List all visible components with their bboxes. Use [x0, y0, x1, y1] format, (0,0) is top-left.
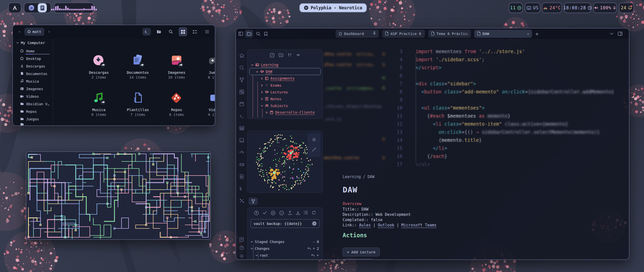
git-row--obsidian[interactable]: .obsidian+	[251, 259, 319, 260]
folder-descargas[interactable]: Descargas2 items	[80, 54, 118, 79]
left-sidebar-toggle-icon[interactable]	[238, 32, 243, 36]
git-row-root[interactable]: root+	[251, 252, 319, 259]
graph-settings-gear-icon[interactable]	[312, 137, 316, 143]
document-app-icon[interactable]	[38, 3, 47, 12]
sidebar-root[interactable]: My Computer	[16, 41, 53, 45]
chevron-down-icon[interactable]	[251, 64, 254, 66]
unstage-icon[interactable]: —	[313, 240, 315, 244]
folder-plantillas[interactable]: Plantillas7 items	[119, 91, 157, 117]
tab-daw[interactable]: DAW✕	[474, 30, 532, 38]
chevron-right-icon[interactable]	[261, 84, 263, 87]
weather-pill[interactable]: 24°C	[542, 3, 562, 13]
now-playing-pill[interactable]: Polyphia - Neurotica	[299, 3, 367, 12]
chevron-right-icon[interactable]	[261, 91, 263, 93]
folder-documentos[interactable]: Documentos14 items	[119, 54, 157, 79]
help-icon[interactable]	[239, 245, 244, 251]
git-pull-icon[interactable]	[296, 211, 300, 216]
git-changes-list-icon[interactable]	[304, 211, 308, 216]
git-commit-check-icon[interactable]	[263, 211, 267, 216]
search-button[interactable]	[167, 28, 175, 36]
git-row-changes[interactable]: Changes+2	[251, 245, 319, 252]
gamepad-icon[interactable]	[239, 162, 244, 168]
new-tab-button[interactable]: +	[535, 31, 539, 37]
tree-item-notes[interactable]: Notes	[261, 95, 281, 102]
git-stage-all-icon[interactable]	[271, 211, 275, 216]
new-folder-button[interactable]	[154, 28, 163, 36]
file-search-icon[interactable]	[239, 174, 244, 180]
tree-item-assignments[interactable]: Assignments	[261, 75, 295, 82]
chevron-down-icon[interactable]	[255, 254, 258, 257]
files-panel-button[interactable]	[245, 30, 253, 38]
discard-icon[interactable]	[307, 247, 311, 250]
action-button--add-lecture[interactable]: + Add Lecture	[343, 248, 380, 256]
search-icon[interactable]	[239, 65, 244, 71]
sidebar-item-desktop[interactable]: Desktop	[16, 55, 53, 62]
list-view-button[interactable]	[191, 28, 199, 36]
git-row-staged-changes[interactable]: Staged Changes—0	[251, 238, 319, 245]
sidebar-item-descargas[interactable]: Descargas	[16, 62, 53, 70]
git-backup-icon[interactable]	[254, 211, 259, 216]
updates-pill[interactable]: 11	[509, 3, 523, 13]
chevron-down-icon[interactable]	[251, 241, 253, 243]
chevron-right-icon[interactable]	[261, 98, 263, 100]
dashboard-grid-icon[interactable]	[239, 89, 244, 95]
dollar-icon[interactable]: $	[239, 186, 243, 192]
tools-icon[interactable]	[239, 198, 244, 204]
git-push-icon[interactable]	[288, 211, 292, 216]
forward-button[interactable]: ›	[46, 28, 52, 35]
tab-dashboard[interactable]: Dashboard	[336, 30, 379, 38]
git-panel-tab[interactable]	[249, 197, 258, 205]
collapse-all-icon[interactable]	[296, 53, 300, 58]
sidebar-item-imagenes[interactable]: Imagenes	[16, 85, 53, 93]
breadcrumb[interactable]: Learning / DAW	[343, 175, 374, 179]
stage-icon[interactable]: +	[316, 253, 319, 258]
tab-asp-practice-6[interactable]: ASP Practice 6	[382, 30, 425, 38]
bookmarks-panel-button[interactable]	[264, 32, 267, 36]
chevron-down-icon[interactable]	[261, 105, 263, 107]
tree-item-subjects[interactable]: Subjects	[261, 102, 288, 109]
sidebar-item-juegos[interactable]: Juegos	[16, 115, 53, 123]
home-icon[interactable]	[239, 53, 244, 59]
back-button[interactable]: ‹	[16, 28, 23, 35]
graph-filter-wand-icon[interactable]	[312, 147, 316, 153]
tab-tema-6-pr-cticas-[interactable]: Tema 6 Prácticas -…	[428, 30, 471, 38]
calendar-icon[interactable]	[239, 101, 244, 108]
chevron-right-icon[interactable]	[261, 77, 263, 80]
tab-list-chevron-icon[interactable]	[610, 33, 613, 35]
git-graph-icon[interactable]	[239, 77, 244, 83]
chevron-down-icon[interactable]	[251, 247, 253, 250]
search-panel-button[interactable]	[256, 32, 260, 36]
git-unstage-all-icon[interactable]	[279, 211, 284, 216]
new-folder-icon[interactable]	[279, 53, 283, 58]
location-button[interactable]: matt	[24, 28, 44, 36]
sidebar-item-home[interactable]: Home	[16, 47, 53, 55]
commit-message-input[interactable]: vault backup: {{date}} ✕	[251, 219, 319, 228]
new-note-icon[interactable]	[270, 53, 274, 58]
book-icon[interactable]	[239, 138, 244, 144]
stage-icon[interactable]: +	[316, 260, 319, 260]
tree-item-exams[interactable]: !Exams	[261, 82, 281, 89]
code-percent-icon[interactable]: <%	[239, 150, 245, 155]
folder-musica[interactable]: Musica6 items	[80, 91, 118, 117]
folder-imagenes[interactable]: Imagenes10 items	[158, 54, 195, 79]
audio-pill[interactable]: 100%	[593, 3, 617, 13]
clock-pill[interactable]: 18:08:28	[564, 3, 591, 13]
workspace-apps-pill[interactable]	[24, 3, 51, 13]
sidebar-item-documentos[interactable]: Documentos	[16, 70, 53, 78]
vault-switcher-icon[interactable]	[239, 237, 244, 243]
grid-view-button[interactable]	[179, 27, 187, 36]
sidebar-item-repos[interactable]: Repos	[16, 108, 53, 115]
git-refresh-icon[interactable]	[312, 211, 316, 216]
sidebar-item-musica[interactable]: Musica	[16, 78, 53, 85]
note-link-outlook[interactable]: Outlook	[378, 223, 394, 228]
settings-gear-icon[interactable]	[239, 254, 244, 260]
action-button--add-note[interactable]: + Add Note	[343, 259, 373, 260]
close-tab-icon[interactable]: ✕	[527, 32, 529, 36]
tree-item-lectures[interactable]: Lectures	[261, 89, 288, 95]
tree-item-learning[interactable]: Learning	[251, 61, 278, 68]
notifications-pill[interactable]: 24	[619, 3, 634, 13]
table-icon[interactable]	[239, 126, 244, 132]
sort-icon[interactable]	[288, 53, 292, 58]
keyboard-layout-pill[interactable]: US	[525, 3, 540, 13]
note-link-microsoft-teams[interactable]: Microsoft Teams	[401, 223, 436, 228]
